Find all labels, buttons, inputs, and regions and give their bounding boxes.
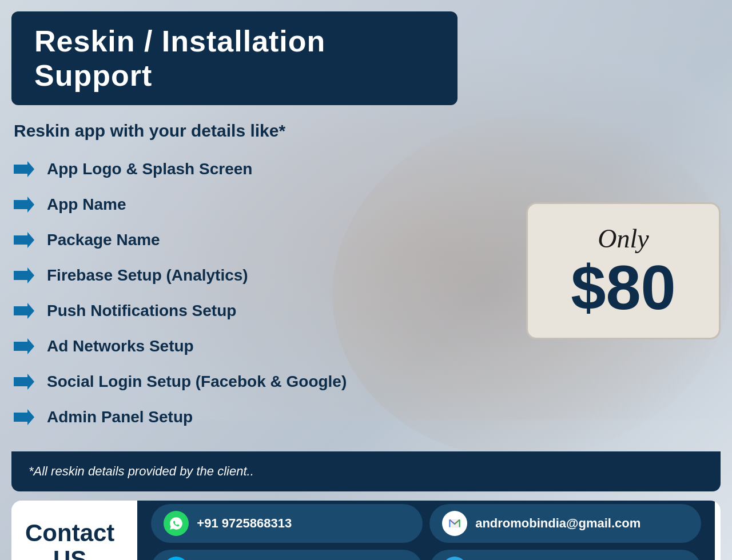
- contact-item[interactable]: andromob_in: [429, 550, 701, 560]
- svg-marker-1: [14, 197, 34, 213]
- list-item: Social Login Setup (Facebok & Google): [11, 369, 526, 394]
- svg-marker-4: [14, 303, 34, 319]
- list-item: Ad Networks Setup: [11, 334, 526, 359]
- arrow-icon: [11, 227, 37, 253]
- contact-item-text: andromobindia@gmail.com: [475, 516, 640, 531]
- svg-marker-2: [14, 232, 34, 248]
- content-area: App Logo & Splash Screen App Name Packag…: [11, 157, 721, 440]
- main-container: Reskin / Installation Support Reskin app…: [11, 11, 721, 549]
- contact-label: Contact US: [11, 501, 132, 560]
- list-item: Firebase Setup (Analytics): [11, 263, 526, 288]
- arrow-icon: [11, 334, 37, 359]
- price-box: Only $80: [526, 202, 721, 339]
- list-item: Admin Panel Setup: [11, 405, 526, 430]
- footer-band: *All reskin details provided by the clie…: [11, 451, 721, 491]
- list-item: App Name: [11, 192, 526, 217]
- list-item-text: Package Name: [47, 231, 160, 249]
- feature-list: App Logo & Splash Screen App Name Packag…: [11, 157, 526, 440]
- price-amount: $80: [571, 256, 676, 319]
- svg-marker-6: [14, 374, 34, 390]
- list-item: App Logo & Splash Screen: [11, 157, 526, 182]
- list-item-text: App Name: [47, 195, 126, 214]
- svg-marker-0: [14, 161, 34, 177]
- contact-item[interactable]: live:38920edd8ef2ddb6: [151, 550, 423, 560]
- svg-marker-5: [14, 338, 34, 354]
- whatsapp-icon: [164, 511, 189, 536]
- list-item-text: Admin Panel Setup: [47, 408, 193, 426]
- list-item: Package Name: [11, 227, 526, 253]
- contact-item-text: +91 9725868313: [197, 516, 292, 531]
- contact-section: Contact US +91 9725868313 andromobindia@…: [11, 501, 721, 560]
- contact-item[interactable]: andromobindia@gmail.com: [429, 504, 701, 543]
- contact-label-text: Contact US: [25, 520, 114, 560]
- arrow-icon: [11, 157, 37, 182]
- subtitle: Reskin app with your details like*: [11, 121, 721, 141]
- list-item: Push Notifications Setup: [11, 298, 526, 323]
- disclaimer-text: *All reskin details provided by the clie…: [29, 464, 703, 479]
- price-only-label: Only: [598, 223, 649, 254]
- svg-marker-3: [14, 267, 34, 283]
- arrow-icon: [11, 298, 37, 323]
- list-item-text: Push Notifications Setup: [47, 302, 236, 320]
- list-item-text: Social Login Setup (Facebok & Google): [47, 373, 347, 391]
- arrow-icon: [11, 369, 37, 394]
- svg-marker-7: [14, 409, 34, 425]
- arrow-icon: [11, 192, 37, 217]
- list-item-text: App Logo & Splash Screen: [47, 160, 252, 178]
- page-title: Reskin / Installation Support: [34, 24, 435, 93]
- contact-details-grid: +91 9725868313 andromobindia@gmail.com l…: [137, 501, 715, 560]
- list-item-text: Firebase Setup (Analytics): [47, 266, 248, 285]
- title-box: Reskin / Installation Support: [11, 11, 458, 105]
- contact-item[interactable]: +91 9725868313: [151, 504, 423, 543]
- arrow-icon: [11, 263, 37, 288]
- telegram-icon: [442, 557, 467, 560]
- arrow-icon: [11, 405, 37, 430]
- gmail-icon: [442, 511, 467, 536]
- skype-icon: [164, 557, 189, 560]
- list-item-text: Ad Networks Setup: [47, 337, 194, 355]
